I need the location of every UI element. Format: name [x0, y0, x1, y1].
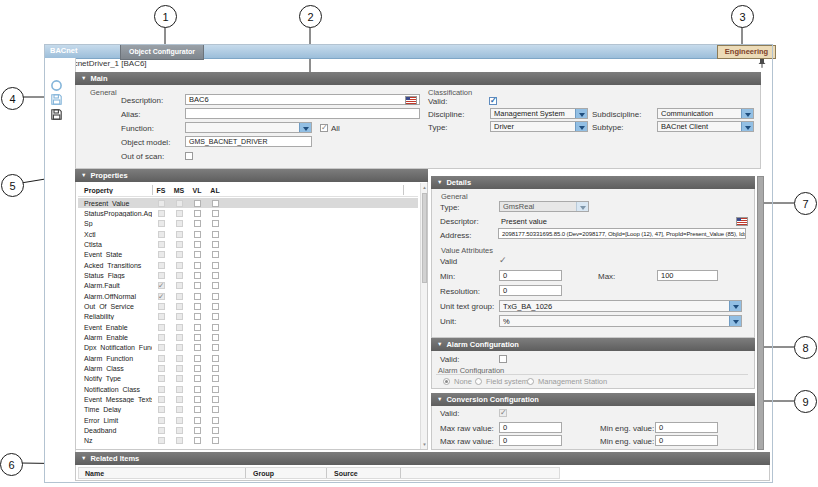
vl-checkbox[interactable]: [194, 251, 201, 258]
al-checkbox[interactable]: [212, 355, 219, 362]
conversion-valid-checkbox[interactable]: [499, 409, 507, 417]
chevron-down-icon[interactable]: [729, 301, 741, 311]
min-field[interactable]: 0: [499, 270, 562, 281]
vl-checkbox[interactable]: [194, 262, 201, 269]
language-flag-icon[interactable]: [405, 96, 417, 105]
chevron-down-icon[interactable]: [741, 122, 753, 131]
vertical-scrollbar[interactable]: [757, 176, 764, 450]
property-row[interactable]: Status_Flags: [78, 270, 418, 280]
column-al[interactable]: AL: [206, 187, 224, 194]
fs-checkbox[interactable]: [158, 241, 165, 248]
properties-scrollbar[interactable]: ▲ ▼: [420, 183, 427, 449]
property-row[interactable]: Alarm_Enable: [78, 332, 418, 342]
type-dropdown[interactable]: Driver: [490, 121, 588, 132]
property-row[interactable]: Reliability: [78, 312, 418, 322]
main-section-header[interactable]: ▼Main: [75, 72, 761, 85]
ms-checkbox[interactable]: [176, 324, 183, 331]
object-model-field[interactable]: GMS_BACNET_DRIVER: [185, 136, 312, 147]
vl-checkbox[interactable]: [194, 313, 201, 320]
property-row[interactable]: Ctlsta: [78, 239, 418, 249]
ms-checkbox[interactable]: [176, 200, 183, 207]
fs-checkbox[interactable]: [158, 344, 165, 351]
al-checkbox[interactable]: [212, 427, 219, 434]
details-section-header[interactable]: ▼Details: [431, 176, 755, 189]
property-row[interactable]: Present_Value: [78, 198, 418, 208]
al-checkbox[interactable]: [212, 406, 219, 413]
unit-text-group-dropdown[interactable]: TxG_BA_1026: [499, 300, 742, 312]
fs-checkbox[interactable]: [158, 231, 165, 238]
al-checkbox[interactable]: [212, 396, 219, 403]
ms-checkbox[interactable]: [176, 303, 183, 310]
save-as-icon[interactable]: [50, 108, 63, 121]
chevron-down-icon[interactable]: [299, 123, 311, 132]
properties-section-header[interactable]: ▼Properties: [75, 169, 428, 182]
vl-checkbox[interactable]: [194, 344, 201, 351]
fs-checkbox[interactable]: [158, 251, 165, 258]
ms-checkbox[interactable]: [176, 293, 183, 300]
fs-checkbox[interactable]: [158, 437, 165, 444]
fs-checkbox[interactable]: [158, 427, 165, 434]
property-row[interactable]: Event_State: [78, 250, 418, 260]
vl-checkbox[interactable]: [194, 406, 201, 413]
fs-checkbox[interactable]: [158, 293, 165, 300]
fs-checkbox[interactable]: [158, 210, 165, 217]
alarm-valid-checkbox[interactable]: [499, 355, 507, 363]
ms-checkbox[interactable]: [176, 427, 183, 434]
column-group[interactable]: Group: [253, 470, 274, 477]
fs-checkbox[interactable]: [158, 365, 165, 372]
description-field[interactable]: BAC6: [185, 94, 420, 105]
ms-checkbox[interactable]: [176, 386, 183, 393]
details-type-dropdown[interactable]: GmsReal: [499, 201, 589, 212]
function-dropdown[interactable]: [185, 122, 312, 133]
ms-checkbox[interactable]: [176, 334, 183, 341]
ms-checkbox[interactable]: [176, 313, 183, 320]
fs-checkbox[interactable]: [158, 406, 165, 413]
al-checkbox[interactable]: [212, 417, 219, 424]
vl-checkbox[interactable]: [194, 386, 201, 393]
chevron-down-icon[interactable]: [575, 109, 587, 118]
fs-checkbox[interactable]: [158, 303, 165, 310]
column-name[interactable]: Name: [85, 470, 104, 477]
column-vl[interactable]: VL: [188, 187, 206, 194]
fs-checkbox[interactable]: [158, 220, 165, 227]
property-row[interactable]: Notify_Type: [78, 374, 418, 384]
ms-checkbox[interactable]: [176, 365, 183, 372]
alarm-config-section-header[interactable]: ▼Alarm Configuration: [431, 338, 755, 351]
vl-checkbox[interactable]: [194, 220, 201, 227]
vl-checkbox[interactable]: [194, 437, 201, 444]
ms-checkbox[interactable]: [176, 282, 183, 289]
scroll-down-icon[interactable]: ▼: [421, 440, 428, 449]
property-row[interactable]: Notification_Class: [78, 384, 418, 394]
al-checkbox[interactable]: [212, 220, 219, 227]
fs-checkbox[interactable]: [158, 334, 165, 341]
property-row[interactable]: Event_Message_Texts: [78, 394, 418, 404]
vl-checkbox[interactable]: [194, 375, 201, 382]
fs-checkbox[interactable]: [158, 282, 165, 289]
al-checkbox[interactable]: [212, 231, 219, 238]
property-row[interactable]: Alarm.OffNormal: [78, 291, 418, 301]
ms-checkbox[interactable]: [176, 220, 183, 227]
chevron-down-icon[interactable]: [575, 122, 587, 131]
ms-checkbox[interactable]: [176, 406, 183, 413]
resolution-field[interactable]: 0: [499, 285, 562, 296]
vl-checkbox[interactable]: [194, 396, 201, 403]
vl-checkbox[interactable]: [194, 272, 201, 279]
language-flag-icon[interactable]: [736, 217, 748, 226]
ms-checkbox[interactable]: [176, 344, 183, 351]
radio-field-system[interactable]: [475, 378, 482, 385]
ms-checkbox[interactable]: [176, 262, 183, 269]
classification-valid-checkbox[interactable]: [489, 97, 497, 105]
subtype-dropdown[interactable]: BACnet Client: [657, 121, 754, 132]
discard-icon[interactable]: [50, 79, 63, 92]
min-eng-value-field[interactable]: 0: [655, 422, 718, 433]
al-checkbox[interactable]: [212, 324, 219, 331]
radio-management-station[interactable]: [527, 378, 534, 385]
column-fs[interactable]: FS: [152, 187, 170, 194]
column-property[interactable]: Property: [78, 187, 152, 194]
property-row[interactable]: Alarm_Function: [78, 353, 418, 363]
save-icon[interactable]: [50, 93, 63, 106]
address-field[interactable]: 2098177.50331695.85.0 (Dev=2098177, ObjI…: [498, 228, 746, 239]
al-checkbox[interactable]: [212, 334, 219, 341]
fs-checkbox[interactable]: [158, 313, 165, 320]
vl-checkbox[interactable]: [194, 334, 201, 341]
